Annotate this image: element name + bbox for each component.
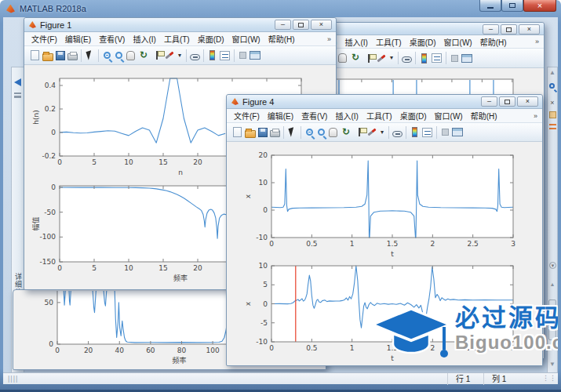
insert-colorbar-icon[interactable] xyxy=(421,53,427,64)
note-icon[interactable] xyxy=(549,111,556,118)
plot-tools-off-icon[interactable] xyxy=(451,55,458,62)
maximize-button[interactable] xyxy=(499,96,515,107)
resize-grip[interactable]: ⋮⋮ xyxy=(542,374,556,382)
scroll-up-icon[interactable]: ▲ xyxy=(548,69,557,76)
menu-插入I[interactable]: 插入(I) xyxy=(129,32,159,46)
zoom-out-icon[interactable] xyxy=(115,52,122,59)
menu-文件F[interactable]: 文件(F) xyxy=(230,109,264,123)
menu-查看V[interactable]: 查看(V) xyxy=(95,32,129,46)
menu-工具T[interactable]: 工具(T) xyxy=(372,35,406,49)
zoom-in-icon[interactable] xyxy=(104,52,111,59)
menu-文件F[interactable]: 文件(F) xyxy=(27,32,61,46)
menu-桌面D[interactable]: 桌面(D) xyxy=(194,32,228,46)
svg-text:1: 1 xyxy=(350,344,355,352)
insert-colorbar-icon[interactable] xyxy=(412,127,417,137)
close-button[interactable]: × xyxy=(523,0,556,12)
menu-工具T[interactable]: 工具(T) xyxy=(160,32,194,46)
rotate-3d-icon[interactable]: ↻ xyxy=(340,126,352,139)
menu-帮助H[interactable]: 帮助(H) xyxy=(264,32,299,46)
maximize-button[interactable] xyxy=(293,20,309,30)
small-up-icon[interactable]: ▴ xyxy=(548,281,557,288)
zoom-out-icon[interactable] xyxy=(318,129,325,136)
plot-tools-on-icon[interactable] xyxy=(461,54,472,63)
menu-插入I[interactable]: 插入(I) xyxy=(331,109,362,123)
menu-桌面D[interactable]: 桌面(D) xyxy=(396,109,431,123)
orange-list-icon[interactable] xyxy=(549,124,556,129)
data-cursor-icon[interactable] xyxy=(156,51,158,60)
toolbar-separator xyxy=(388,126,389,139)
open-folder-icon[interactable] xyxy=(42,53,53,61)
search-magnifier-icon[interactable] xyxy=(549,83,555,89)
pan-icon[interactable] xyxy=(329,128,337,137)
menu-窗口W[interactable]: 窗口(W) xyxy=(440,35,476,49)
menu-工具T[interactable]: 工具(T) xyxy=(362,109,396,123)
plot-tools-off-icon[interactable] xyxy=(239,52,246,59)
zoom-in-icon[interactable] xyxy=(306,129,313,136)
close-button[interactable]: × xyxy=(517,96,538,107)
menu-帮助H[interactable]: 帮助(H) xyxy=(476,35,511,49)
pan-icon[interactable] xyxy=(126,51,135,60)
collapse-left-arrow-icon[interactable] xyxy=(14,78,21,86)
maximize-button[interactable] xyxy=(501,0,523,12)
print-icon[interactable] xyxy=(270,130,280,137)
insert-legend-icon[interactable] xyxy=(432,53,442,63)
close-panel-icon[interactable]: × xyxy=(548,99,557,107)
menu-窗口W[interactable]: 窗口(W) xyxy=(228,32,264,46)
circle-down-icon[interactable]: ▾ xyxy=(549,262,556,269)
brush-icon[interactable] xyxy=(367,128,376,136)
main-titlebar[interactable]: MATLAB R2018a × xyxy=(0,0,561,17)
figure4-titlebar[interactable]: Figure 4 – × xyxy=(227,95,542,109)
brush-icon[interactable] xyxy=(165,51,173,59)
menu-插入I[interactable]: 插入(I) xyxy=(341,35,371,49)
link-plots-icon[interactable] xyxy=(402,56,412,63)
insert-legend-icon[interactable] xyxy=(422,128,432,137)
list-icon[interactable] xyxy=(14,93,21,98)
print-icon[interactable] xyxy=(67,53,78,60)
data-cursor-icon[interactable] xyxy=(359,128,360,136)
pan-icon[interactable] xyxy=(338,53,347,63)
menu-overflow-icon[interactable]: » xyxy=(535,38,544,45)
new-document-icon[interactable] xyxy=(233,127,242,137)
plot-tools-on-icon[interactable] xyxy=(250,51,260,60)
save-icon[interactable] xyxy=(56,51,65,60)
close-button[interactable]: × xyxy=(519,24,540,34)
data-cursor-icon[interactable] xyxy=(368,54,370,63)
new-document-icon[interactable] xyxy=(31,50,39,60)
menu-编辑E[interactable]: 编辑(E) xyxy=(61,32,95,46)
pointer-icon[interactable] xyxy=(86,50,93,60)
figure1-titlebar[interactable]: Figure 1 – × xyxy=(24,18,336,32)
statusbar-grip[interactable]: |||| xyxy=(8,375,18,383)
minimize-button[interactable] xyxy=(479,0,501,12)
save-icon[interactable] xyxy=(258,128,268,137)
dropdown-arrow-icon[interactable]: ▾ xyxy=(388,52,395,64)
pointer-icon[interactable] xyxy=(288,127,296,137)
rotate-3d-icon[interactable]: ↻ xyxy=(349,52,362,64)
maximize-button[interactable] xyxy=(501,24,517,34)
menu-overflow-icon[interactable]: » xyxy=(534,112,542,120)
menu-窗口W[interactable]: 窗口(W) xyxy=(431,109,467,123)
watermark-chinese: 必过源码 xyxy=(455,306,558,332)
svg-text:h(n): h(n) xyxy=(32,110,40,124)
plot-tools-off-icon[interactable] xyxy=(442,129,449,136)
open-folder-icon[interactable] xyxy=(245,130,256,138)
svg-text:60: 60 xyxy=(146,347,155,354)
brush-icon[interactable] xyxy=(377,54,385,62)
minimize-button[interactable]: – xyxy=(481,96,497,107)
menu-编辑E[interactable]: 编辑(E) xyxy=(264,109,297,123)
link-plots-icon[interactable] xyxy=(190,54,200,60)
minimize-button[interactable]: – xyxy=(483,24,499,34)
menu-帮助H[interactable]: 帮助(H) xyxy=(467,109,501,123)
link-plots-icon[interactable] xyxy=(392,131,403,137)
menu-查看V[interactable]: 查看(V) xyxy=(297,109,331,123)
rotate-3d-icon[interactable]: ↻ xyxy=(137,49,150,62)
row-value: 1 xyxy=(466,375,471,383)
menu-overflow-icon[interactable]: » xyxy=(327,35,336,43)
close-button[interactable]: × xyxy=(311,20,332,30)
plot-tools-on-icon[interactable] xyxy=(452,128,463,136)
minimize-button[interactable]: – xyxy=(275,20,291,30)
menu-桌面D[interactable]: 桌面(D) xyxy=(406,35,440,49)
insert-colorbar-icon[interactable] xyxy=(209,50,215,60)
insert-legend-icon[interactable] xyxy=(220,51,230,60)
dropdown-arrow-icon[interactable]: ▾ xyxy=(379,126,385,139)
dropdown-arrow-icon[interactable]: ▾ xyxy=(177,49,183,62)
